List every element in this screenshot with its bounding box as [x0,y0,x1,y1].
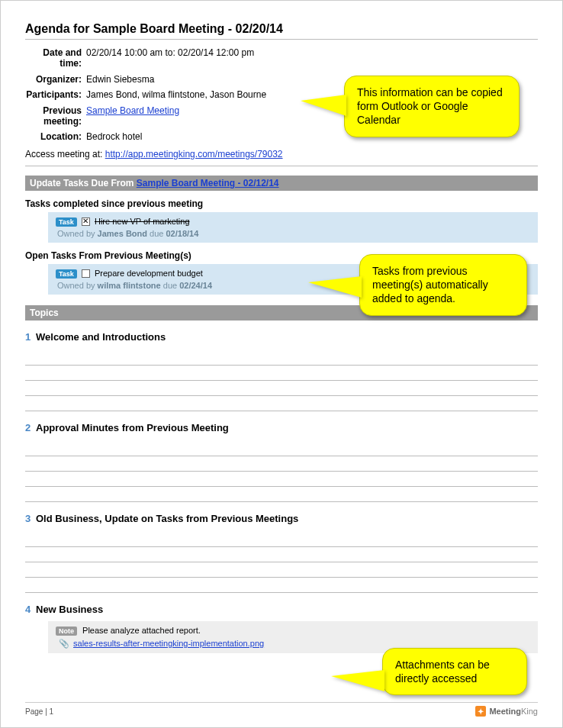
topic-number: 4 [25,604,36,615]
callout-pointer-icon [331,670,384,691]
topic-item: 1Welcome and Introductions [25,331,538,411]
callout-pointer-icon [301,95,346,116]
task-meta: Owned by James Bond due 02/18/14 [57,229,530,238]
checkbox-empty-icon [82,269,90,278]
writing-lines [25,350,538,411]
topic-number: 3 [25,513,36,524]
task-row: Task Hire new VP of marketing Owned by J… [48,212,538,243]
participants-label: Participants: [25,89,86,100]
writing-lines [25,441,538,502]
update-tasks-link[interactable]: Sample Board Meeting - 02/12/14 [137,178,279,188]
topic-item: 4New Business Note Please analyze attach… [25,604,538,653]
previous-meeting-link[interactable]: Sample Board Meeting [86,105,179,116]
task-title: Prepare development budget [95,269,203,278]
writing-lines [25,532,538,593]
task-title: Hire new VP of marketing [95,217,190,226]
task-badge: Task [56,269,77,279]
access-line: Access meeting at: http://app.meetingkin… [25,149,538,159]
topic-title: Old Business, Update on Tasks from Previ… [36,513,298,524]
page-number: Page | 1 [25,707,53,716]
topic-item: 2Approval Minutes from Previous Meeting [25,422,538,502]
annotation-callout: Attachments can be directly accessed [382,648,527,695]
task-badge: Task [56,217,77,227]
datetime-value: 02/20/14 10:00 am to: 02/20/14 12:00 pm [86,47,538,69]
annotation-callout: This information can be copied form Outl… [344,76,520,137]
page-footer: Page | 1 ✦ MeetingKing [25,702,538,717]
brand-icon: ✦ [475,706,486,717]
topic-number: 1 [25,331,36,343]
paperclip-icon: 📎 [59,639,69,649]
topic-title: Approval Minutes from Previous Meeting [36,422,229,433]
checkbox-checked-icon [82,217,90,226]
topic-number: 2 [25,422,36,433]
brand-logo: ✦ MeetingKing [475,706,538,717]
previous-meeting-label: Previous meeting: [25,105,86,127]
datetime-label: Date and time: [25,47,86,69]
update-tasks-bar: Update Tasks Due From Sample Board Meeti… [25,176,538,191]
location-label: Location: [25,131,86,142]
tasks-completed-heading: Tasks completed since previous meeting [25,198,538,209]
page-title: Agenda for Sample Board Meeting - 02/20/… [25,22,538,36]
attachment-link[interactable]: sales-results-after-meetingking-implemen… [73,639,264,648]
divider [25,166,538,166]
access-url-link[interactable]: http://app.meetingking.com/meetings/7903… [105,149,283,159]
callout-pointer-icon [308,276,362,298]
divider [25,39,538,40]
organizer-label: Organizer: [25,74,86,85]
note-text: Please analyze attached report. [82,626,201,635]
topic-title: Welcome and Introductions [36,331,166,343]
annotation-callout: Tasks from previous meeting(s) automatic… [359,254,527,316]
topic-title: New Business [36,604,103,615]
topic-item: 3Old Business, Update on Tasks from Prev… [25,513,538,593]
note-badge: Note [56,627,77,636]
